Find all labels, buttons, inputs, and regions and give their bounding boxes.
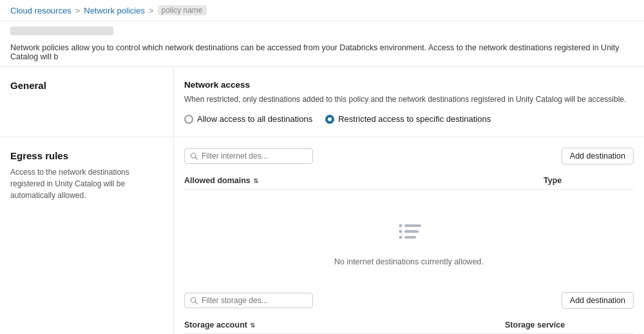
svg-line-1 xyxy=(195,157,197,159)
radio-group: Allow access to all destinations Restric… xyxy=(184,114,634,124)
breadcrumb-sep1: > xyxy=(75,6,80,15)
breadcrumb-network-policies[interactable]: Network policies xyxy=(84,6,145,15)
internet-filter-row: Add destination xyxy=(184,148,634,164)
col-storage-account-header: Storage account ⇅ xyxy=(184,320,505,329)
radio-allow-all[interactable]: Allow access to all destinations xyxy=(184,114,312,124)
internet-filter-input[interactable] xyxy=(202,152,307,161)
general-section: General Network access When restricted, … xyxy=(0,67,644,137)
general-sidebar: General xyxy=(0,67,174,137)
info-bar: Network policies allow you to control wh… xyxy=(0,38,644,67)
info-bar-text: Network policies allow you to control wh… xyxy=(10,43,620,61)
storage-account-sort-icon[interactable]: ⇅ xyxy=(250,322,255,329)
internet-filter-wrapper[interactable] xyxy=(184,148,313,164)
allowed-domains-label: Allowed domains xyxy=(184,176,251,185)
radio-circle-allow-all xyxy=(184,115,193,124)
svg-rect-5 xyxy=(404,230,419,233)
storage-table-header: Storage account ⇅ Storage service xyxy=(184,317,634,334)
allowed-domains-sort-icon[interactable]: ⇅ xyxy=(253,177,258,184)
general-title: General xyxy=(10,80,163,91)
radio-label-allow-all: Allow access to all destinations xyxy=(197,114,312,124)
storage-filter-wrapper[interactable] xyxy=(184,293,313,308)
add-internet-destination-button[interactable]: Add destination xyxy=(562,148,634,164)
storage-search-icon xyxy=(190,297,198,304)
svg-rect-3 xyxy=(404,224,421,227)
col-storage-service-header: Storage service xyxy=(505,320,634,329)
page-title-placeholder xyxy=(10,26,113,35)
storage-filter-row: Add destination xyxy=(184,292,634,309)
svg-point-2 xyxy=(399,224,402,228)
breadcrumb-sep2: > xyxy=(149,6,154,15)
radio-restricted[interactable]: Restricted access to specific destinatio… xyxy=(325,114,491,124)
page-title-area xyxy=(0,21,644,38)
breadcrumb-cloud-resources[interactable]: Cloud resources xyxy=(10,6,71,15)
network-access-desc: When restricted, only destinations added… xyxy=(184,93,634,105)
breadcrumb: Cloud resources > Network policies > pol… xyxy=(0,0,644,21)
svg-line-9 xyxy=(195,302,197,304)
egress-content: Add destination Allowed domains ⇅ Type xyxy=(174,137,644,334)
empty-state-icon xyxy=(393,215,425,250)
radio-circle-restricted xyxy=(325,115,334,124)
storage-account-label: Storage account xyxy=(184,320,247,329)
col-allowed-domains-header: Allowed domains ⇅ xyxy=(184,176,544,185)
egress-description: Access to the network destinations regis… xyxy=(10,166,163,201)
storage-section: Add destination Storage account ⇅ Storag… xyxy=(184,292,634,334)
col-type-header: Type xyxy=(544,176,634,185)
internet-table-header: Allowed domains ⇅ Type xyxy=(184,172,634,190)
general-content: Network access When restricted, only des… xyxy=(174,67,644,137)
internet-empty-text: No internet destinations currently allow… xyxy=(334,257,484,266)
storage-filter-input[interactable] xyxy=(202,296,307,305)
egress-title: Egress rules xyxy=(10,150,163,161)
egress-section: Egress rules Access to the network desti… xyxy=(0,137,644,334)
network-access-title: Network access xyxy=(184,80,634,90)
add-storage-destination-button[interactable]: Add destination xyxy=(562,292,634,309)
search-icon xyxy=(190,152,198,160)
svg-point-4 xyxy=(399,230,402,233)
breadcrumb-policy-name: policy name xyxy=(158,5,207,15)
svg-point-6 xyxy=(399,236,402,239)
svg-rect-7 xyxy=(404,236,416,239)
egress-sidebar: Egress rules Access to the network desti… xyxy=(0,137,174,334)
radio-label-restricted: Restricted access to specific destinatio… xyxy=(338,114,491,124)
internet-empty-state: No internet destinations currently allow… xyxy=(184,190,634,292)
